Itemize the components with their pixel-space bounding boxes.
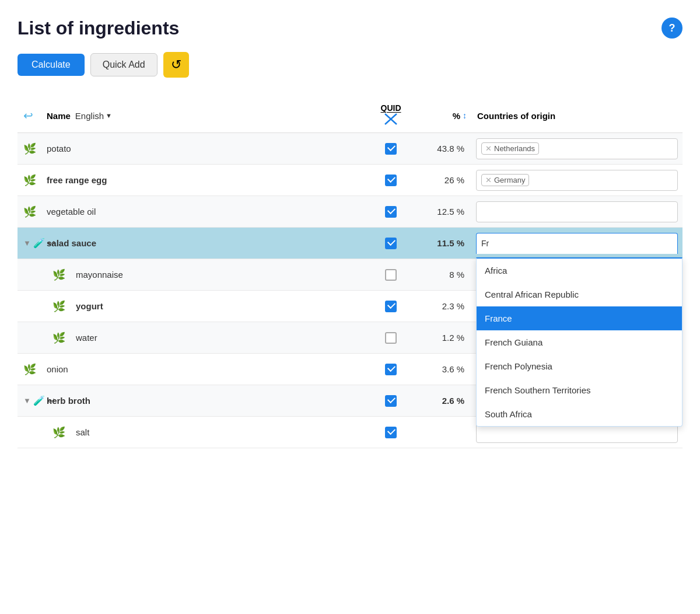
ingredients-table: ↩ Name English ▼ QUID % xyxy=(18,99,682,448)
leaf-icon: 🌿 xyxy=(23,142,36,155)
ingredient-name: mayonnaise xyxy=(76,261,368,288)
leaf-icon: 🌿 xyxy=(52,332,65,344)
row-icon-cell: 🌿 xyxy=(23,205,47,218)
chevron-down-icon: ▼ xyxy=(23,396,31,405)
name-label: Name xyxy=(47,111,71,121)
country-tag-input[interactable] xyxy=(476,201,678,222)
chevron-down-icon: ▼ xyxy=(106,112,112,119)
row-icon-cell: 🌿 xyxy=(52,332,76,344)
tag-remove-icon[interactable]: ✕ xyxy=(485,144,492,153)
dropdown-item-africa[interactable]: Africa xyxy=(477,259,682,282)
dropdown-item-france[interactable]: France xyxy=(477,306,682,330)
dropdown-item-south-africa[interactable]: South Africa xyxy=(477,402,682,426)
ingredient-name: yogurt xyxy=(76,293,368,319)
leaf-icon: 🌿 xyxy=(23,174,36,187)
page-title: List of ingredients xyxy=(18,18,682,39)
country-tag: ✕ Netherlands xyxy=(481,142,539,155)
country-search-input[interactable] xyxy=(533,176,635,185)
ingredient-name: onion xyxy=(47,356,368,382)
quid-checkbox[interactable] xyxy=(385,332,397,344)
language-dropdown[interactable]: English ▼ xyxy=(75,111,112,121)
checkbox-cell xyxy=(368,175,414,186)
ingredient-name: free range egg xyxy=(47,167,368,193)
quid-checkbox[interactable] xyxy=(385,175,397,186)
quick-add-button[interactable]: Quick Add xyxy=(90,53,158,76)
ingredient-name: herb broth xyxy=(47,388,368,414)
leaf-icon: 🌿 xyxy=(23,205,36,218)
quid-checkbox[interactable] xyxy=(385,269,397,281)
calculate-button[interactable]: Calculate xyxy=(18,54,85,76)
pct-value: 11.5 % xyxy=(414,238,473,248)
tag-label: Netherlands xyxy=(494,144,535,153)
quid-checkbox[interactable] xyxy=(385,238,397,249)
quid-checkbox[interactable] xyxy=(385,143,397,155)
dropdown-item-french-guiana[interactable]: French Guiana xyxy=(477,330,682,354)
country-dropdown: Africa Central African Republic France F… xyxy=(476,257,682,427)
pct-value: 8 % xyxy=(414,270,473,280)
pct-value: 1.2 % xyxy=(414,333,473,343)
dropdown-item-french-southern-territories[interactable]: French Southern Territories xyxy=(477,378,682,402)
row-icon-cell: 🌿 xyxy=(23,363,47,376)
pct-value: 26 % xyxy=(414,175,473,185)
leaf-icon: 🌿 xyxy=(52,300,65,313)
pct-value: 12.5 % xyxy=(414,207,473,217)
flask-icon: 🧪 xyxy=(33,238,45,249)
tag-remove-icon[interactable]: ✕ xyxy=(485,176,492,184)
country-cell: ✕ Germany xyxy=(473,165,682,196)
row-icon-cell: 🌿 xyxy=(52,300,76,313)
help-icon: ? xyxy=(669,22,676,34)
pct-value: 43.8 % xyxy=(414,144,473,154)
quid-checkbox[interactable] xyxy=(385,206,397,218)
row-icon-cell: 🌿 xyxy=(23,142,47,155)
row-icon-cell: 🌿 xyxy=(52,426,76,439)
quid-checkbox[interactable] xyxy=(385,427,397,438)
country-search-input[interactable] xyxy=(481,428,583,437)
leaf-icon: 🌿 xyxy=(52,268,65,281)
dropdown-item-central-african-republic[interactable]: Central African Republic xyxy=(477,282,682,306)
checkbox-cell xyxy=(368,301,414,312)
table-row: 🌿 vegetable oil 12.5 % xyxy=(18,196,682,228)
country-tag-input[interactable]: ✕ Germany xyxy=(476,170,678,191)
table-row: 🌿 free range egg 26 % ✕ Germany xyxy=(18,165,682,196)
country-search-input[interactable] xyxy=(481,207,583,217)
country-search-input[interactable] xyxy=(542,144,645,154)
quid-label: QUID xyxy=(368,103,414,113)
checkbox-cell xyxy=(368,143,414,155)
header-back-arrow[interactable]: ↩ xyxy=(23,109,47,123)
help-button[interactable]: ? xyxy=(662,18,682,39)
quid-checkbox[interactable] xyxy=(385,301,397,312)
checkbox-cell xyxy=(368,269,414,281)
quid-checkbox[interactable] xyxy=(385,364,397,375)
dropdown-item-french-polynesia[interactable]: French Polynesia xyxy=(477,354,682,378)
country-cell: ✕ Netherlands xyxy=(473,134,682,164)
ingredient-name: vegetable oil xyxy=(47,198,368,225)
checkbox-cell xyxy=(368,206,414,218)
country-tag-input[interactable] xyxy=(476,233,678,254)
table-row: ▼ 🧪 ↩ salad sauce 11.5 % Africa Central … xyxy=(18,228,682,259)
country-search-input[interactable] xyxy=(481,239,583,248)
country-cell xyxy=(473,197,682,227)
quid-cross-icon xyxy=(368,113,414,128)
table-row: 🌿 potato 43.8 % ✕ Netherlands xyxy=(18,133,682,165)
pct-label: % xyxy=(453,111,460,121)
back-arrow-icon: ↩ xyxy=(23,109,33,122)
name-column-header: Name English ▼ xyxy=(47,111,368,121)
table-header: ↩ Name English ▼ QUID % xyxy=(18,99,682,133)
row-icon-cell: 🌿 xyxy=(52,268,76,281)
row-icon-cell: ▼ 🧪 ↩ xyxy=(23,395,47,406)
quid-column-header: QUID xyxy=(368,103,414,128)
country-cell: Africa Central African Republic France F… xyxy=(473,228,682,259)
countries-column-header: Countries of origin xyxy=(473,111,682,121)
country-tag: ✕ Germany xyxy=(481,174,529,186)
leaf-icon: 🌿 xyxy=(23,363,36,376)
reset-button[interactable]: ↺ xyxy=(163,52,189,78)
ingredient-name: water xyxy=(76,325,368,351)
sort-icon[interactable]: ↕ xyxy=(463,111,467,120)
pct-value: 2.6 % xyxy=(414,396,473,406)
checkbox-cell xyxy=(368,427,414,438)
quid-checkbox[interactable] xyxy=(385,395,397,407)
country-tag-input[interactable]: ✕ Netherlands xyxy=(476,138,678,159)
ingredient-name: salt xyxy=(76,419,368,445)
leaf-icon: 🌿 xyxy=(52,426,65,439)
checkbox-cell xyxy=(368,364,414,375)
